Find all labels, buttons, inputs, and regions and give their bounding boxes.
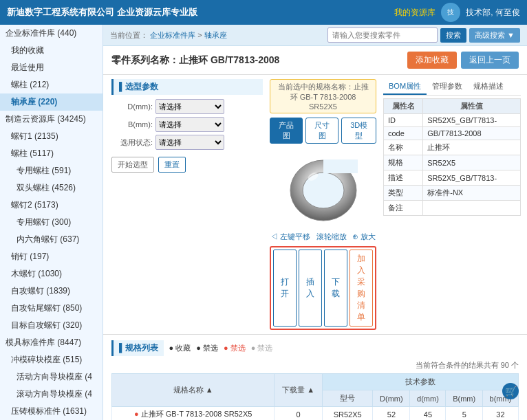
sidebar-item-12[interactable]: 内六角螺钉 (637) bbox=[0, 231, 103, 248]
tab-product-image[interactable]: 产品图 bbox=[270, 118, 303, 144]
spec-cell-0-1: 0 bbox=[275, 407, 323, 421]
sidebar-item-2[interactable]: 最近使用 bbox=[0, 59, 103, 76]
my-library-link[interactable]: 我的资源库 bbox=[394, 7, 435, 19]
sidebar-item-11[interactable]: 专用螺钉 (300) bbox=[0, 214, 103, 231]
th-B[interactable]: B(mm) bbox=[446, 390, 482, 407]
sidebar-item-16[interactable]: 自攻钻尾螺钉 (850) bbox=[0, 300, 103, 317]
props-row-6: 备注 bbox=[384, 201, 521, 216]
tab-dimension[interactable]: 尺寸图 bbox=[305, 118, 338, 144]
add-favorite-button[interactable]: 添加收藏 bbox=[407, 52, 457, 69]
sidebar-item-3[interactable]: 螺柱 (212) bbox=[0, 76, 103, 93]
product-tabs: 产品图 尺寸图 3D模型 bbox=[270, 118, 376, 144]
prop-name-4: 描述 bbox=[384, 170, 423, 186]
breadcrumb-link-1[interactable]: 企业标准件库 bbox=[150, 31, 195, 39]
sidebar-item-20[interactable]: 活动方向导块模座 (4 bbox=[0, 368, 103, 386]
action-buttons-group: 打开 插入 下载 加入采购清单 bbox=[270, 246, 376, 330]
sidebar-item-4[interactable]: 轴承座 (220) bbox=[0, 93, 103, 111]
b-select[interactable]: 请选择 bbox=[155, 117, 224, 132]
sidebar: 企业标准件库 (440)我的收藏最近使用螺柱 (212)轴承座 (220)制造云… bbox=[0, 25, 103, 420]
selection-title: ▌选型参数 bbox=[111, 79, 263, 95]
d-select[interactable]: 请选择 bbox=[155, 99, 224, 114]
sidebar-item-5[interactable]: 制造云资源库 (34245) bbox=[0, 111, 103, 128]
cart-icon[interactable]: 🛒 bbox=[502, 383, 519, 399]
props-row-0: IDSR52X5_GB/T7813- bbox=[384, 114, 521, 127]
spec-cell-0-6: 32 bbox=[482, 407, 518, 421]
prop-name-6: 备注 bbox=[384, 201, 423, 216]
sidebar-item-15[interactable]: 自攻螺钉 (1839) bbox=[0, 283, 103, 300]
advanced-search-button[interactable]: 高级搜索 ▼ bbox=[469, 28, 520, 43]
ring-svg bbox=[286, 153, 361, 228]
sidebar-item-19[interactable]: 冲模碎块模座 (515) bbox=[0, 351, 103, 368]
props-header-value: 属性值 bbox=[423, 99, 521, 114]
sidebar-item-6[interactable]: 螺钉1 (2135) bbox=[0, 128, 103, 145]
product-image-panel: 当前选中的规格名称：止推环 GB-T 7813-2008 SR52X5 产品图 … bbox=[270, 75, 376, 334]
sidebar-item-7[interactable]: 螺柱 (5117) bbox=[0, 145, 103, 162]
th-spec-name[interactable]: 规格名称 ▲ bbox=[112, 374, 275, 407]
user-name: 技术部, 何至俊 bbox=[466, 7, 520, 19]
status-label: 选用状态: bbox=[111, 137, 153, 148]
back-button[interactable]: 返回上一页 bbox=[461, 52, 519, 69]
sidebar-item-14[interactable]: 木螺钉 (1030) bbox=[0, 265, 103, 283]
current-spec-label: 当前选中的规格名称：止推环 GB-T 7813-2008 SR52X5 bbox=[270, 79, 376, 113]
add-to-cart-button[interactable]: 加入采购清单 bbox=[349, 250, 373, 327]
top-right: 我的资源库 技 技术部, 何至俊 bbox=[394, 3, 520, 22]
selection-buttons: 开始选型 重置 bbox=[111, 157, 263, 173]
main-layout: 企业标准件库 (440)我的收藏最近使用螺柱 (212)轴承座 (220)制造云… bbox=[0, 25, 527, 420]
b-label: B(mm): bbox=[111, 120, 153, 129]
search-button[interactable]: 搜索 bbox=[440, 28, 466, 43]
search-input[interactable] bbox=[327, 27, 438, 43]
prop-value-1: GB/T7813-2008 bbox=[423, 127, 521, 140]
open-file-button[interactable]: 打开 bbox=[273, 250, 297, 327]
enlarge-button[interactable]: ⊕ 放大 bbox=[352, 232, 376, 242]
zoom-control[interactable]: 滚轮缩放 bbox=[316, 232, 347, 242]
prop-value-6 bbox=[423, 201, 521, 216]
prop-name-1: code bbox=[384, 127, 423, 140]
d-label: D(mm): bbox=[111, 102, 153, 111]
tab-3d-model[interactable]: 3D模型 bbox=[341, 118, 376, 144]
status-param-row: 选用状态: 请选择 bbox=[111, 135, 263, 150]
download-button[interactable]: 下载 bbox=[324, 250, 347, 327]
spec-cell-0-3: 52 bbox=[373, 407, 410, 421]
sidebar-items: 企业标准件库 (440)我的收藏最近使用螺柱 (212)轴承座 (220)制造云… bbox=[0, 25, 103, 420]
sidebar-item-9[interactable]: 双头螺柱 (4526) bbox=[0, 179, 103, 197]
avatar: 技 bbox=[441, 3, 460, 22]
prop-value-3: SR52X5 bbox=[423, 155, 521, 170]
props-row-1: codeGB/T7813-2008 bbox=[384, 127, 521, 140]
sidebar-item-8[interactable]: 专用螺柱 (591) bbox=[0, 162, 103, 179]
sidebar-item-1[interactable]: 我的收藏 bbox=[0, 42, 103, 59]
sidebar-item-13[interactable]: 销钉 (197) bbox=[0, 248, 103, 265]
sidebar-item-21[interactable]: 滚动方向导块模座 (4 bbox=[0, 386, 103, 403]
specs-table: 规格名称 ▲ 下载量 ▲ 技术参数 型号 D(mm) d(mm) B(mm) b… bbox=[111, 373, 519, 420]
open-selection-button[interactable]: 开始选型 bbox=[111, 157, 154, 173]
breadcrumb-link-2[interactable]: 轴承座 bbox=[204, 31, 227, 39]
b-param-row: B(mm): 请选择 bbox=[111, 117, 263, 132]
specs-table-container: 规格名称 ▲ 下载量 ▲ 技术参数 型号 D(mm) d(mm) B(mm) b… bbox=[111, 373, 519, 420]
app-title: 新迪数字工程系统有限公司 企业资源云库专业版 bbox=[7, 6, 197, 19]
th-D[interactable]: D(mm) bbox=[373, 390, 410, 407]
pan-control[interactable]: ◁ 左键平移 bbox=[270, 232, 310, 242]
selection-panel: ▌选型参数 D(mm): 请选择 B(mm): 请选择 选用状态: bbox=[111, 75, 263, 334]
props-row-5: 类型标准件-NX bbox=[384, 186, 521, 201]
tab-manage-params[interactable]: 管理参数 bbox=[427, 79, 468, 95]
prop-name-5: 类型 bbox=[384, 186, 423, 201]
sidebar-item-0[interactable]: 企业标准件库 (440) bbox=[0, 25, 103, 42]
sidebar-item-18[interactable]: 模具标准件库 (8447) bbox=[0, 334, 103, 351]
sidebar-item-17[interactable]: 目标自攻螺钉 (320) bbox=[0, 317, 103, 334]
page-header: 零件系列名称：止推环 GB/T7813-2008 添加收藏 返回上一页 bbox=[103, 46, 527, 75]
sidebar-item-10[interactable]: 螺钉2 (5173) bbox=[0, 197, 103, 214]
th-d[interactable]: d(mm) bbox=[410, 390, 446, 407]
sidebar-item-22[interactable]: 压铸模标准件 (1631) bbox=[0, 403, 103, 420]
prop-value-4: SR52X5_GB/T7813- bbox=[423, 170, 521, 186]
mid-section: ▌选型参数 D(mm): 请选择 B(mm): 请选择 选用状态: bbox=[103, 75, 527, 334]
th-model[interactable]: 型号 bbox=[322, 390, 372, 407]
specs-table-body: ● 止推环 GB-T 7813-2008 SR52X50SR52X5524553… bbox=[112, 407, 519, 421]
status-select[interactable]: 请选择 bbox=[155, 135, 224, 150]
breadcrumb: 当前位置： 企业标准件库 > 轴承座 bbox=[110, 30, 227, 41]
tab-spec-desc[interactable]: 规格描述 bbox=[468, 79, 509, 95]
specs-header: ▌规格列表 ● 收藏 ● 禁选 ● 禁选 ● 禁选 bbox=[111, 340, 519, 356]
tab-bom[interactable]: BOM属性 bbox=[383, 79, 427, 95]
spec-row-0[interactable]: ● 止推环 GB-T 7813-2008 SR52X50SR52X5524553… bbox=[112, 407, 519, 421]
reset-button[interactable]: 重置 bbox=[158, 157, 186, 173]
insert-button[interactable]: 插入 bbox=[299, 250, 322, 327]
th-downloads[interactable]: 下载量 ▲ bbox=[275, 374, 323, 407]
